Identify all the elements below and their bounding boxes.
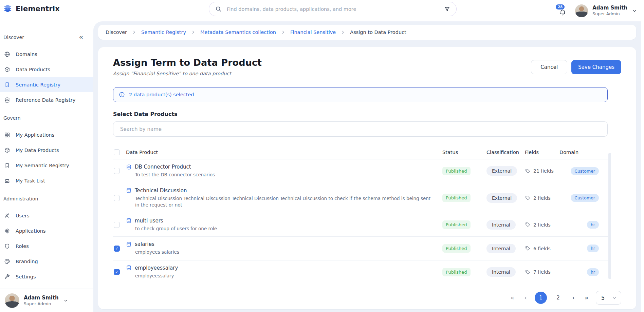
data-product-name: salaries xyxy=(135,241,154,247)
layers-logo-icon xyxy=(3,4,13,14)
pagination-prev-button[interactable]: ‹ xyxy=(521,295,530,301)
sidebar-item-data-products[interactable]: Data Products xyxy=(3,62,91,77)
table-row: Technical DiscussionTechnical Discussion… xyxy=(113,183,608,213)
table-search-input[interactable] xyxy=(119,126,601,133)
data-product-name-line: Technical Discussion xyxy=(126,188,432,194)
column-header: Domain xyxy=(559,150,608,155)
sidebar-user-card[interactable]: Adam Smith Super Admin xyxy=(0,289,93,312)
sidebar-nav: DiscoverDomainsData ProductsSemantic Reg… xyxy=(0,21,93,284)
sidebar-user-role: Super Admin xyxy=(24,301,59,307)
table-row: ✓salariesemployees salariesPublishedInte… xyxy=(113,236,608,260)
domain-badge: Customer xyxy=(571,167,599,175)
sidebar-user-avatar xyxy=(5,293,19,308)
status-badge: Published xyxy=(442,220,471,229)
data-product-description: to check group of users for one role xyxy=(135,226,432,232)
sidebar-item-label: Branding xyxy=(16,259,38,264)
data-product-description: employeessalary xyxy=(135,273,432,279)
row-checkbox[interactable] xyxy=(114,222,120,228)
header-user-avatar[interactable] xyxy=(575,4,588,17)
sidebar-item-settings[interactable]: Settings xyxy=(3,269,91,284)
row-checkbox[interactable]: ✓ xyxy=(114,269,120,275)
database-icon xyxy=(4,97,10,103)
classification-badge: External xyxy=(486,166,517,176)
sidebar-item-label: Reference Data Registry xyxy=(16,97,75,103)
sidebar-item-label: Settings xyxy=(16,274,36,279)
assign-term-card: Assign Term to Data Product Assign "Fina… xyxy=(98,47,636,309)
breadcrumb-separator-icon xyxy=(132,30,136,34)
sidebar-item-semantic-registry[interactable]: Semantic Registry xyxy=(0,77,93,92)
domain-badge: hr xyxy=(587,245,599,252)
row-checkbox[interactable] xyxy=(114,195,120,201)
sidebar-item-my-data-products[interactable]: My Data Products xyxy=(3,142,91,158)
global-search-input[interactable] xyxy=(226,6,440,12)
database-icon xyxy=(126,265,132,271)
header-user-meta: Adam Smith Super Admin xyxy=(592,5,627,16)
tag-icon xyxy=(525,246,531,251)
breadcrumb-separator-icon xyxy=(341,30,345,34)
cancel-button[interactable]: Cancel xyxy=(531,60,567,74)
pagination-next-button[interactable]: › xyxy=(569,295,577,301)
brand[interactable]: Elementrix xyxy=(3,4,60,14)
table-search xyxy=(113,121,608,137)
column-header: Fields xyxy=(525,150,559,155)
status-badge: Published xyxy=(442,268,471,276)
data-product-description: employees salaries xyxy=(135,249,432,256)
page-title: Assign Term to Data Product xyxy=(113,57,262,68)
bell-icon xyxy=(559,8,566,16)
page-size-select[interactable]: 5 xyxy=(596,291,621,305)
column-header: Data Product xyxy=(126,150,442,155)
tray-icon xyxy=(4,178,10,184)
breadcrumb: DiscoverSemantic RegistryMetadata Semant… xyxy=(98,25,636,40)
sidebar-item-domains[interactable]: Domains xyxy=(3,46,91,62)
breadcrumb-item[interactable]: Metadata Semantics collection xyxy=(200,30,276,35)
chevron-down-icon[interactable] xyxy=(63,298,68,303)
table-scrollbar[interactable] xyxy=(608,153,611,279)
globe-icon xyxy=(4,51,10,57)
notifications-button[interactable]: 28 xyxy=(558,6,567,16)
selection-banner-text: 2 data product(s) selected xyxy=(129,92,194,97)
data-product-name: Technical Discussion xyxy=(135,188,187,194)
chevron-down-icon[interactable] xyxy=(632,8,637,14)
breadcrumb-item[interactable]: Semantic Registry xyxy=(141,30,186,35)
pagination-page-2[interactable]: 2 xyxy=(552,292,564,304)
fields-count: 2 fields xyxy=(533,195,551,201)
sidebar-item-users[interactable]: Users xyxy=(3,208,91,223)
pagination-last-button[interactable]: » xyxy=(583,295,591,301)
tag-icon xyxy=(525,222,531,228)
wrench-icon xyxy=(4,274,10,280)
breadcrumb-separator-icon xyxy=(191,30,195,34)
data-product-name-line: employeessalary xyxy=(126,265,432,271)
data-product-name: DB Connector Product xyxy=(135,164,191,170)
data-product-cell: multi usersto check group of users for o… xyxy=(126,218,442,232)
bookmark-icon xyxy=(4,162,10,169)
sidebar-item-my-semantic-registry[interactable]: My Semantic Registry xyxy=(3,158,91,173)
table-row: multi usersto check group of users for o… xyxy=(113,213,608,237)
select-all-checkbox[interactable] xyxy=(114,149,120,155)
data-product-name-line: multi users xyxy=(126,218,432,224)
database-icon xyxy=(126,164,132,170)
pagination-page-1[interactable]: 1 xyxy=(535,292,547,304)
breadcrumb-item: Discover xyxy=(106,30,127,35)
sidebar-item-my-applications[interactable]: My Applications xyxy=(3,127,91,142)
row-checkbox[interactable] xyxy=(114,168,120,174)
sidebar-collapse-button[interactable]: « xyxy=(79,34,83,40)
database-icon xyxy=(126,188,132,193)
filter-icon[interactable] xyxy=(444,6,450,12)
sidebar-item-applications[interactable]: Applications xyxy=(3,223,91,238)
fields-cell: 6 fields xyxy=(525,246,559,251)
sidebar-item-roles[interactable]: Roles xyxy=(3,238,91,254)
grid-icon xyxy=(4,132,10,138)
breadcrumb-separator-icon xyxy=(281,30,285,34)
save-changes-button[interactable]: Save Changes xyxy=(571,60,621,74)
column-header: Classification xyxy=(486,150,525,155)
fields-cell: 7 fields xyxy=(525,269,559,275)
sidebar-item-reference-data-registry[interactable]: Reference Data Registry xyxy=(3,92,91,108)
sidebar-section-label: Administration xyxy=(3,193,91,204)
sidebar-item-my-task-list[interactable]: My Task List xyxy=(3,173,91,188)
sidebar-item-label: Applications xyxy=(16,228,46,234)
breadcrumb-item[interactable]: Financial Sensitive xyxy=(290,30,336,35)
pagination-first-button[interactable]: « xyxy=(508,295,516,301)
row-checkbox[interactable]: ✓ xyxy=(114,246,120,252)
sidebar-item-label: My Semantic Registry xyxy=(16,163,69,168)
sidebar-item-branding[interactable]: Branding xyxy=(3,254,91,269)
